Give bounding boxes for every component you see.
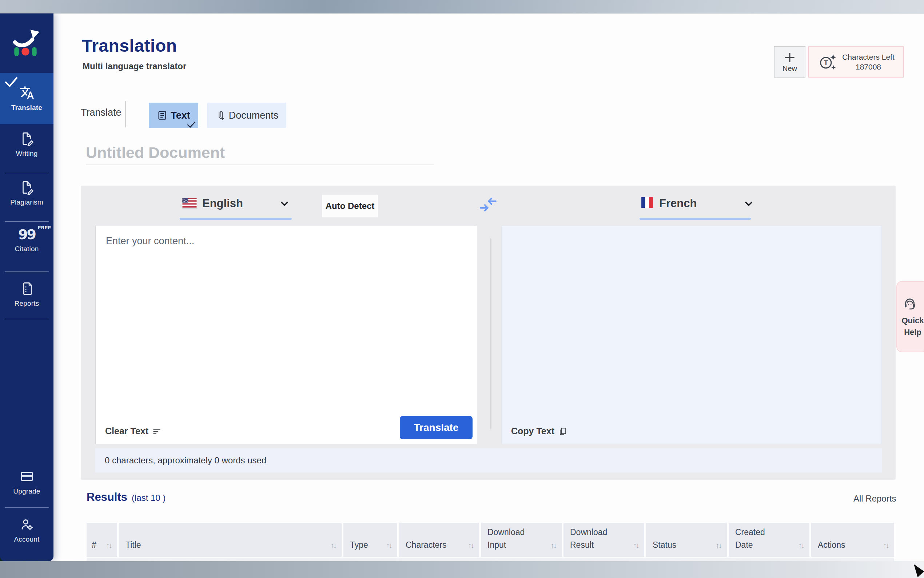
translate-icon bbox=[19, 85, 34, 101]
quick-help-label: Quick Help bbox=[901, 315, 924, 338]
sort-icon: ↑↓ bbox=[798, 540, 804, 551]
results-title: Results bbox=[87, 490, 127, 504]
column-header-actions[interactable]: Actions ↑↓ bbox=[811, 523, 894, 557]
column-header-download-input[interactable]: Download Input ↑↓ bbox=[481, 523, 562, 557]
headset-support-icon bbox=[901, 295, 918, 312]
panels-divider bbox=[490, 239, 492, 430]
sidebar-item-plagiarism[interactable]: Plagiarism bbox=[0, 180, 53, 206]
auto-detect-button[interactable]: Auto Detect bbox=[322, 194, 378, 218]
sidebar-item-label: Upgrade bbox=[13, 487, 40, 495]
chevron-down-icon[interactable] bbox=[744, 199, 754, 209]
target-language-selector[interactable]: French bbox=[659, 197, 697, 210]
french-flag-icon bbox=[641, 197, 653, 208]
toolbar-divider bbox=[125, 101, 126, 127]
reports-icon bbox=[19, 281, 34, 296]
citation-quotes-icon: 99 bbox=[18, 227, 35, 242]
column-header-number[interactable]: # ↑↓ bbox=[87, 523, 117, 557]
usage-stats-bar: 0 characters, approximately 0 words used bbox=[95, 448, 882, 472]
copy-text-button[interactable]: Copy Text bbox=[511, 426, 568, 437]
column-header-characters[interactable]: Characters ↑↓ bbox=[399, 523, 479, 557]
sidebar-divider bbox=[5, 221, 49, 222]
translate-button[interactable]: Translate bbox=[400, 416, 473, 439]
column-header-status[interactable]: Status ↑↓ bbox=[646, 523, 727, 557]
sidebar-item-label: Account bbox=[14, 536, 39, 544]
copy-icon bbox=[558, 427, 568, 436]
sort-icon: ↑↓ bbox=[468, 540, 473, 551]
sort-icon: ↑↓ bbox=[715, 540, 721, 551]
active-check-icon bbox=[5, 77, 18, 88]
clear-text-label: Clear Text bbox=[105, 426, 149, 437]
translator-card: English Auto Detect French Clear Text Tr… bbox=[81, 186, 896, 480]
page-title: Translation bbox=[82, 36, 177, 56]
sort-icon: ↑↓ bbox=[883, 540, 888, 551]
quick-help-button[interactable]: Quick Help bbox=[896, 281, 924, 352]
text-document-icon bbox=[157, 110, 168, 121]
sidebar-item-label: Translate bbox=[11, 104, 42, 112]
characters-left-label: Characters Left bbox=[842, 52, 895, 62]
tab-documents[interactable]: Documents bbox=[207, 103, 286, 128]
document-title-input[interactable] bbox=[86, 141, 434, 165]
sidebar-item-upgrade[interactable]: Upgrade bbox=[0, 469, 53, 495]
results-subtitle: (last 10 ) bbox=[132, 493, 165, 503]
sidebar-item-account[interactable]: Account bbox=[0, 517, 53, 544]
tab-selected-check-icon bbox=[187, 121, 196, 129]
usage-stats-text: 0 characters, approximately 0 words used bbox=[105, 455, 266, 466]
sidebar-item-translate[interactable]: Translate bbox=[0, 73, 53, 124]
sidebar-item-label: Citation bbox=[15, 245, 39, 253]
sort-icon: ↑↓ bbox=[106, 540, 111, 551]
source-language-selector[interactable]: English bbox=[202, 197, 243, 210]
page-subtitle: Multi language translator bbox=[83, 61, 186, 71]
swap-languages-icon[interactable] bbox=[479, 195, 498, 214]
source-text-input[interactable] bbox=[95, 226, 477, 386]
sidebar-item-reports[interactable]: Reports bbox=[0, 281, 53, 308]
characters-left-badge[interactable]: T Characters Left 187008 bbox=[808, 46, 904, 78]
new-button-label: New bbox=[783, 65, 797, 73]
us-flag-icon bbox=[182, 198, 197, 209]
sidebar-item-citation[interactable]: FREE 99 Citation bbox=[0, 227, 53, 253]
source-language-underline bbox=[180, 218, 292, 220]
clear-text-button[interactable]: Clear Text bbox=[105, 426, 162, 437]
plagiarism-icon bbox=[19, 180, 34, 195]
app-logo[interactable] bbox=[9, 26, 42, 59]
upgrade-card-icon bbox=[19, 469, 34, 484]
plus-icon bbox=[783, 51, 796, 64]
column-header-download-result[interactable]: Download Result ↑↓ bbox=[563, 523, 644, 557]
sidebar-item-label: Plagiarism bbox=[10, 198, 43, 206]
window-chrome-top bbox=[0, 0, 924, 13]
tab-text-label: Text bbox=[171, 110, 190, 121]
sidebar-divider bbox=[5, 507, 49, 508]
column-header-title[interactable]: Title ↑↓ bbox=[119, 523, 341, 557]
sidebar-divider bbox=[5, 173, 49, 173]
characters-left-value: 187008 bbox=[842, 62, 895, 72]
sidebar: Translate Writing Plagiarism FREE 99 Cit… bbox=[0, 13, 53, 561]
paperclip-icon bbox=[215, 110, 226, 121]
column-header-type[interactable]: Type ↑↓ bbox=[343, 523, 397, 557]
source-text-panel: Clear Text Translate bbox=[95, 226, 477, 444]
translate-section-label: Translate bbox=[81, 107, 121, 118]
sidebar-item-label: Reports bbox=[15, 300, 39, 308]
window-chrome-bottom bbox=[0, 561, 924, 578]
result-text-panel: Copy Text bbox=[501, 226, 882, 444]
sort-icon: ↑↓ bbox=[633, 540, 638, 551]
svg-text:T: T bbox=[824, 59, 829, 67]
sidebar-divider bbox=[5, 319, 49, 319]
sidebar-item-label: Writing bbox=[16, 149, 37, 157]
chevron-down-icon[interactable] bbox=[279, 199, 290, 209]
copy-text-label: Copy Text bbox=[511, 426, 554, 437]
new-button[interactable]: New bbox=[774, 46, 806, 78]
tab-documents-label: Documents bbox=[229, 110, 279, 121]
sort-icon: ↑↓ bbox=[550, 540, 556, 551]
account-icon bbox=[19, 517, 34, 532]
sort-icon: ↑↓ bbox=[330, 540, 336, 551]
clear-lines-icon bbox=[152, 427, 162, 436]
all-reports-link[interactable]: All Reports bbox=[853, 494, 896, 504]
characters-counter-icon: T bbox=[817, 52, 838, 72]
sidebar-divider bbox=[5, 271, 49, 271]
target-language-underline bbox=[639, 218, 751, 220]
column-header-created-date[interactable]: Created Date ↑↓ bbox=[729, 523, 809, 557]
free-badge: FREE bbox=[38, 225, 51, 231]
results-heading: Results (last 10 ) bbox=[87, 490, 165, 504]
tab-text[interactable]: Text bbox=[149, 103, 198, 128]
sidebar-item-writing[interactable]: Writing bbox=[0, 131, 53, 157]
results-table-header: # ↑↓ Title ↑↓ Type ↑↓ Characters ↑↓ Down… bbox=[87, 523, 894, 557]
